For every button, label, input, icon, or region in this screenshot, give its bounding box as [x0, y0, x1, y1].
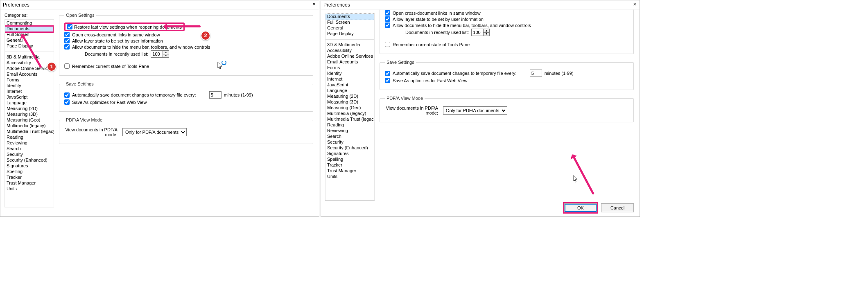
pdfa-select[interactable]: Only for PDF/A documents — [443, 106, 507, 115]
fastweb-label: Save As optimizes for Fast Web View — [72, 100, 147, 105]
recent-count-input[interactable] — [151, 50, 163, 58]
category-item[interactable]: 3D & Multimedia — [5, 54, 54, 60]
spin-down-icon[interactable]: ▼ — [163, 54, 169, 57]
category-item[interactable]: Measuring (3D) — [326, 99, 374, 105]
category-item[interactable]: General — [326, 25, 374, 31]
category-item[interactable]: Spelling — [5, 169, 54, 175]
category-item[interactable]: Signatures — [5, 163, 54, 169]
pdfa-label: View documents in PDF/A mode: — [64, 127, 118, 137]
category-item[interactable]: Security — [5, 152, 54, 158]
categories-sidebar: Categories: Commenting Documents Full Sc… — [0, 9, 56, 216]
category-item[interactable]: Measuring (2D) — [326, 94, 374, 99]
autosave-minutes-input[interactable] — [530, 70, 542, 77]
pdfa-legend: PDF/A View Mode — [385, 96, 425, 101]
category-item[interactable]: JavaScript — [326, 82, 374, 88]
toolspane-label: Remember current state of Tools Pane — [393, 42, 470, 47]
autosave-checkbox[interactable] — [385, 71, 390, 76]
category-item[interactable]: JavaScript — [5, 95, 54, 100]
category-item[interactable]: Search — [326, 134, 374, 140]
categories-list[interactable]: Commenting Documents Full Screen General… — [5, 19, 54, 207]
category-item[interactable]: Reviewing — [5, 140, 54, 146]
toolspane-checkbox[interactable] — [64, 63, 70, 69]
category-item[interactable]: Measuring (2D) — [5, 106, 54, 112]
pdfa-select[interactable]: Only for PDF/A documents — [122, 128, 187, 136]
layer-checkbox[interactable] — [64, 38, 70, 43]
category-item[interactable]: Internet — [326, 77, 374, 82]
category-item[interactable]: Language — [326, 88, 374, 94]
autosave-checkbox[interactable] — [64, 92, 70, 98]
category-item-documents[interactable]: Documents — [5, 26, 54, 32]
category-item[interactable]: Page Display — [326, 31, 374, 37]
category-item[interactable]: Reading — [326, 122, 374, 128]
ok-button[interactable]: OK — [564, 203, 597, 212]
toolspane-checkbox[interactable] — [385, 42, 390, 47]
pdfa-group: PDF/A View Mode View documents in PDF/A … — [59, 117, 313, 144]
category-item[interactable]: Units — [326, 174, 374, 180]
categories-list[interactable]: Documents Full Screen General Page Displ… — [325, 13, 375, 201]
category-item[interactable]: Measuring (Geo) — [5, 117, 54, 123]
category-item[interactable]: Internet — [5, 89, 54, 95]
category-item[interactable]: Email Accounts — [5, 72, 54, 77]
category-item[interactable]: Page Display — [5, 43, 54, 49]
recent-label: Documents in recently used list: — [405, 30, 469, 35]
category-item[interactable]: Language — [5, 100, 54, 106]
category-item[interactable]: Forms — [5, 77, 54, 83]
toolspane-label: Remember current state of Tools Pane — [72, 64, 149, 69]
fastweb-checkbox[interactable] — [64, 99, 70, 105]
restore-checkbox[interactable] — [67, 24, 72, 29]
category-item[interactable]: Units — [5, 186, 54, 192]
category-item[interactable]: Multimedia Trust (legacy) — [5, 129, 54, 135]
spin-up-icon[interactable]: ▲ — [484, 29, 489, 32]
fastweb-checkbox[interactable] — [385, 78, 390, 83]
category-item[interactable]: Multimedia (legacy) — [326, 111, 374, 117]
spin-down-icon[interactable]: ▼ — [484, 32, 489, 36]
category-item[interactable]: Multimedia (legacy) — [5, 123, 54, 129]
category-item[interactable]: Reading — [5, 135, 54, 140]
spin-up-icon[interactable]: ▲ — [163, 51, 169, 54]
hidemenu-checkbox[interactable] — [64, 44, 70, 50]
category-item[interactable]: Security — [326, 140, 374, 145]
titlebar: Preferences × — [0, 0, 319, 9]
category-item[interactable]: Reviewing — [326, 128, 374, 134]
category-item[interactable]: Security (Enhanced) — [326, 145, 374, 151]
category-item[interactable]: Accessibility — [5, 60, 54, 66]
category-item[interactable]: Accessibility — [326, 48, 374, 54]
category-item[interactable]: General — [5, 38, 54, 43]
category-item[interactable]: Search — [5, 146, 54, 152]
category-item[interactable]: Adobe Online Services — [326, 54, 374, 59]
category-item[interactable]: Trust Manager — [326, 168, 374, 174]
category-item[interactable]: Commenting — [5, 20, 54, 26]
category-item[interactable]: Multimedia Trust (legacy) — [326, 117, 374, 122]
pdfa-label: View documents in PDF/A mode: — [385, 106, 438, 115]
crosslinks-checkbox[interactable] — [385, 10, 390, 16]
close-icon[interactable]: × — [631, 1, 638, 8]
category-item[interactable]: Security (Enhanced) — [5, 158, 54, 163]
category-item[interactable]: Tracker — [5, 175, 54, 180]
category-item-documents[interactable]: Documents — [326, 14, 374, 20]
settings-panel: Open cross-document links in same window… — [376, 9, 640, 216]
category-item[interactable]: Forms — [326, 65, 374, 71]
category-item[interactable]: Identity — [5, 83, 54, 89]
category-item[interactable]: 3D & Multimedia — [326, 42, 374, 48]
category-item[interactable]: Signatures — [326, 151, 374, 157]
category-item[interactable]: Tracker — [326, 162, 374, 168]
category-item[interactable]: Email Accounts — [326, 59, 374, 65]
category-item[interactable]: Identity — [326, 71, 374, 77]
cancel-button[interactable]: Cancel — [601, 203, 634, 212]
crosslinks-label: Open cross-document links in same window — [393, 11, 481, 16]
category-item[interactable]: Full Screen — [326, 20, 374, 25]
category-item[interactable]: Trust Manager — [5, 180, 54, 186]
category-item[interactable]: Full Screen — [5, 32, 54, 38]
layer-checkbox[interactable] — [385, 16, 390, 22]
recent-count-input[interactable] — [471, 29, 484, 36]
category-item[interactable]: Measuring (Geo) — [326, 105, 374, 111]
restore-label: Restore last view settings when reopenin… — [74, 25, 182, 29]
autosave-minutes-input[interactable] — [209, 91, 222, 99]
category-item[interactable]: Spelling — [326, 157, 374, 162]
crosslinks-checkbox[interactable] — [64, 32, 70, 37]
close-icon[interactable]: × — [311, 1, 317, 8]
hidemenu-checkbox[interactable] — [385, 23, 390, 28]
category-item[interactable]: Measuring (3D) — [5, 112, 54, 117]
annotation-badge-1: 1 — [47, 62, 57, 72]
settings-panel: Open Settings Restore last view settings… — [56, 9, 319, 216]
